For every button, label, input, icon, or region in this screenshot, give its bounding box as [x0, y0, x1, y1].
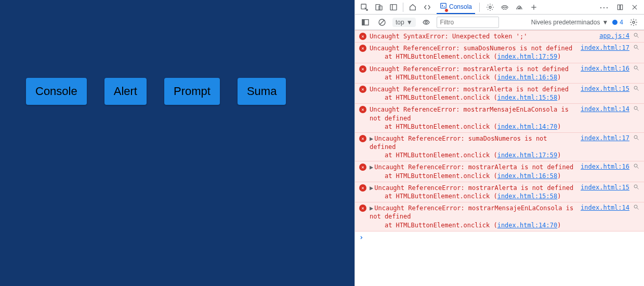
svg-line-16	[380, 20, 384, 24]
error-icon: ✕	[359, 65, 366, 73]
expand-caret-icon[interactable]: ▶	[370, 164, 373, 171]
console-error-row[interactable]: ✕Uncaught ReferenceError: sumaDosNumeros…	[355, 42, 644, 63]
console-settings-icon[interactable]	[627, 16, 640, 29]
svg-point-6	[489, 6, 491, 8]
console-error-row[interactable]: ✕Uncaught ReferenceError: mostrarAlerta …	[355, 83, 644, 104]
error-source-link[interactable]: index.html:15	[581, 85, 629, 92]
elements-tab-icon[interactable]	[421, 1, 433, 13]
undock-icon[interactable]	[614, 1, 626, 13]
console-error-row[interactable]: ✕▶Uncaught ReferenceError: mostrarAlerta…	[355, 182, 644, 202]
console-error-row[interactable]: ✕▶Uncaught ReferenceError: mostrarAlerta…	[355, 161, 644, 182]
svg-point-23	[634, 66, 637, 69]
console-output: ✕Uncaught SyntaxError: Unexpected token …	[355, 30, 644, 286]
svg-line-28	[637, 110, 639, 111]
prompt-chevron-icon: ›	[359, 233, 363, 241]
stack-link[interactable]: index.html:17:59	[497, 152, 558, 159]
network-tab-icon[interactable]	[498, 1, 511, 13]
svg-line-32	[637, 167, 639, 169]
svg-line-24	[637, 69, 639, 70]
dock-side-icon[interactable]	[387, 1, 400, 13]
search-error-icon[interactable]	[633, 44, 640, 50]
button-row: Console Alert Prompt Suma	[26, 78, 354, 105]
svg-point-17	[425, 21, 427, 23]
stack-link[interactable]: index.html:14:70	[497, 123, 558, 130]
add-tab-icon[interactable]	[528, 1, 540, 13]
expand-caret-icon[interactable]: ▶	[370, 205, 373, 212]
search-error-icon[interactable]	[633, 184, 640, 190]
stack-link[interactable]: index.html:14:70	[497, 222, 558, 229]
error-message: Uncaught SyntaxError: Unexpected token '…	[370, 32, 593, 40]
error-source-link[interactable]: index.html:16	[581, 65, 629, 72]
search-error-icon[interactable]	[633, 163, 640, 169]
prompt-button[interactable]: Prompt	[164, 78, 220, 105]
svg-line-20	[637, 36, 639, 38]
issues-counter[interactable]: 4	[612, 19, 623, 26]
error-source-link[interactable]: index.html:17	[581, 44, 629, 51]
svg-line-26	[637, 89, 639, 90]
separator	[403, 3, 403, 12]
log-levels-selector[interactable]: Niveles predeterminados ▼	[531, 19, 609, 26]
svg-point-27	[634, 106, 637, 110]
context-label: top	[396, 19, 404, 26]
search-error-icon[interactable]	[633, 134, 640, 141]
stack-link[interactable]: index.html:16:58	[497, 172, 558, 180]
chevron-down-icon: ▼	[602, 19, 608, 26]
svg-line-36	[637, 208, 639, 210]
console-error-row[interactable]: ✕▶Uncaught ReferenceError: sumaDosNumero…	[355, 132, 644, 162]
stack-link[interactable]: index.html:17:59	[497, 53, 558, 60]
filter-input[interactable]	[437, 17, 499, 28]
error-source-link[interactable]: index.html:14	[581, 105, 629, 113]
console-button[interactable]: Console	[26, 78, 87, 105]
expand-caret-icon[interactable]: ▶	[370, 184, 373, 192]
search-error-icon[interactable]	[633, 85, 640, 91]
svg-line-34	[637, 187, 639, 189]
context-selector[interactable]: top ▼	[392, 18, 416, 27]
console-error-row[interactable]: ✕Uncaught ReferenceError: mostrarMensaje…	[355, 103, 644, 133]
issue-count: 4	[620, 19, 623, 26]
error-source-link[interactable]: index.html:16	[581, 163, 629, 170]
search-error-icon[interactable]	[633, 204, 640, 210]
error-message: Uncaught ReferenceError: sumaDosNumeros …	[370, 44, 574, 61]
toggle-sidebar-icon[interactable]	[359, 16, 372, 29]
console-tab[interactable]: Consola	[437, 0, 475, 14]
search-error-icon[interactable]	[633, 105, 640, 112]
stack-link[interactable]: index.html:15:58	[497, 94, 558, 101]
alert-button[interactable]: Alert	[104, 78, 147, 105]
error-source-link[interactable]: index.html:15	[581, 184, 629, 191]
close-devtools-icon[interactable]	[628, 1, 641, 13]
console-error-row[interactable]: ✕Uncaught ReferenceError: mostrarAlerta …	[355, 63, 644, 84]
console-error-row[interactable]: ✕Uncaught SyntaxError: Unexpected token …	[355, 30, 644, 43]
console-prompt[interactable]: ›	[355, 231, 644, 243]
error-message: Uncaught ReferenceError: mostrarAlerta i…	[370, 85, 574, 102]
suma-button[interactable]: Suma	[238, 78, 286, 105]
error-source-link[interactable]: index.html:14	[581, 204, 629, 211]
svg-point-19	[634, 33, 637, 36]
performance-tab-icon[interactable]	[513, 1, 525, 13]
more-options-icon[interactable]: ⋯	[597, 2, 612, 13]
error-icon: ✕	[359, 106, 366, 113]
sources-tab-icon[interactable]	[484, 1, 496, 13]
clear-console-icon[interactable]	[376, 16, 388, 29]
svg-point-25	[634, 86, 637, 89]
error-source-link[interactable]: app.js:4	[599, 32, 629, 39]
live-expression-icon[interactable]	[420, 16, 432, 29]
svg-rect-9	[617, 5, 620, 9]
error-message: ▶Uncaught ReferenceError: mostrarMensaje…	[370, 204, 574, 229]
inspect-element-icon[interactable]	[358, 1, 371, 13]
search-error-icon[interactable]	[633, 65, 640, 71]
welcome-tab-icon[interactable]	[406, 1, 419, 13]
stack-link[interactable]: index.html:15:58	[497, 193, 558, 200]
console-error-row[interactable]: ✕▶Uncaught ReferenceError: mostrarMensaj…	[355, 202, 644, 231]
svg-line-30	[637, 138, 639, 140]
device-toolbar-icon[interactable]	[373, 1, 385, 13]
stack-link[interactable]: index.html:16:58	[497, 74, 558, 81]
svg-point-18	[633, 21, 635, 23]
search-error-icon[interactable]	[633, 32, 640, 38]
error-source-link[interactable]: index.html:17	[581, 134, 629, 142]
separator	[479, 3, 480, 12]
console-toolbar: top ▼ Niveles predeterminados ▼ 4	[355, 15, 644, 30]
svg-point-33	[634, 185, 637, 188]
console-tab-icon	[440, 2, 447, 11]
expand-caret-icon[interactable]: ▶	[370, 135, 373, 142]
error-message: ▶Uncaught ReferenceError: mostrarAlerta …	[370, 163, 574, 180]
